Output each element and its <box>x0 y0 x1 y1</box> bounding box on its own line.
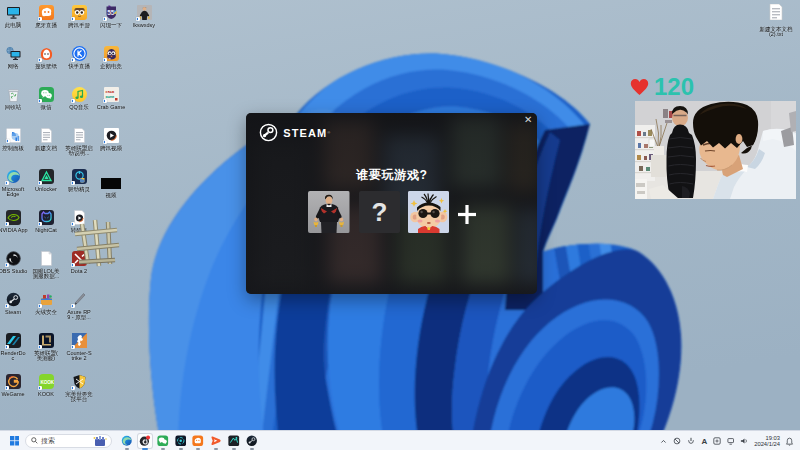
svg-text:KOOK: KOOK <box>40 380 54 385</box>
svg-text:CRAB: CRAB <box>105 90 114 94</box>
svg-text:GAME: GAME <box>105 95 114 99</box>
